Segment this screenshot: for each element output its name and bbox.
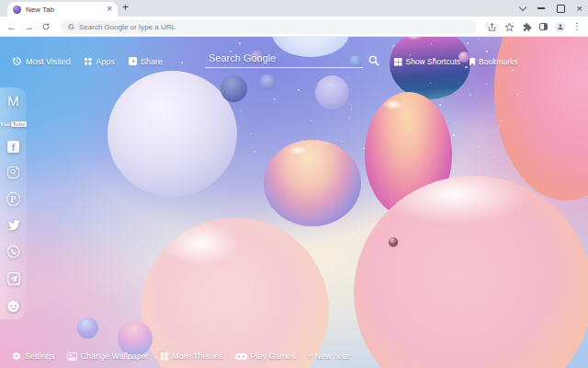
- change-wallpaper-button[interactable]: Change Wallpaper: [67, 351, 149, 361]
- ntp-top-right-buttons: Show Shortcuts Bookmarks: [394, 57, 518, 66]
- new-tab-page: Most Visited Apps Share Show Shortcuts B: [0, 37, 588, 368]
- apps-button[interactable]: Apps: [85, 57, 115, 66]
- play-games-button[interactable]: Play Games: [235, 351, 296, 361]
- bubble: [389, 237, 398, 247]
- search-icon[interactable]: [368, 55, 379, 66]
- show-shortcuts-button[interactable]: Show Shortcuts: [394, 57, 460, 66]
- telegram-icon: [7, 272, 20, 285]
- gmail-link[interactable]: M: [7, 94, 19, 108]
- facebook-link[interactable]: f: [7, 141, 19, 153]
- bookmarks-button[interactable]: Bookmarks: [469, 57, 518, 66]
- twitter-link[interactable]: [6, 219, 20, 231]
- social-sidebar: M You Tube f P: [0, 87, 27, 319]
- telegram-link[interactable]: [7, 272, 20, 285]
- ntp-search: [205, 52, 379, 68]
- pinterest-link[interactable]: P: [6, 192, 20, 206]
- facebook-icon: f: [7, 141, 19, 153]
- settings-button[interactable]: Settings: [12, 351, 55, 361]
- address-placeholder: Search Google or type a URL: [79, 23, 175, 31]
- maximize-button[interactable]: [557, 5, 565, 13]
- more-themes-label: More Themes: [172, 351, 222, 361]
- gamepad-icon: [235, 353, 247, 360]
- search-input[interactable]: [205, 52, 363, 68]
- show-shortcuts-label: Show Shortcuts: [406, 57, 461, 66]
- pinterest-icon: P: [6, 192, 20, 206]
- whatsapp-link[interactable]: [6, 245, 20, 259]
- share-button[interactable]: Share: [129, 57, 163, 66]
- bubble: [107, 71, 237, 197]
- share-page-icon[interactable]: [487, 22, 497, 32]
- address-bar[interactable]: G Search Google or type a URL: [61, 20, 477, 34]
- bubble: [77, 317, 98, 339]
- youtube-icon: You: [0, 121, 10, 127]
- new-note-label: + New note: [308, 351, 350, 361]
- bookmark-icon: [469, 58, 475, 66]
- side-panel-icon[interactable]: [539, 23, 548, 30]
- gear-icon: [12, 351, 21, 361]
- change-wallpaper-label: Change Wallpaper: [81, 351, 149, 361]
- new-note-button[interactable]: + New note: [308, 351, 350, 361]
- bubble: [315, 75, 349, 109]
- twitter-icon: [6, 219, 20, 231]
- tab-close-icon[interactable]: ×: [107, 5, 112, 14]
- minimize-button[interactable]: [537, 7, 545, 8]
- bubble: [390, 37, 470, 99]
- bubble: [141, 218, 329, 368]
- back-button[interactable]: ←: [6, 22, 17, 32]
- play-games-label: Play Games: [251, 351, 296, 361]
- reddit-link[interactable]: [6, 299, 20, 313]
- bubble: [264, 140, 361, 226]
- apps-label: Apps: [96, 57, 115, 66]
- reddit-icon: [6, 299, 20, 313]
- browser-window: New Tab × + × ← → G Search Google or typ…: [0, 0, 588, 368]
- bookmarks-label: Bookmarks: [479, 57, 518, 66]
- history-icon: [12, 56, 22, 66]
- instagram-link[interactable]: [7, 167, 19, 178]
- tab-title: New Tab: [26, 6, 102, 14]
- youtube-link[interactable]: You Tube: [0, 121, 27, 127]
- tab-new-tab[interactable]: New Tab ×: [7, 2, 118, 17]
- instagram-icon: [7, 167, 19, 178]
- new-tab-button[interactable]: +: [122, 1, 129, 14]
- most-visited-label: Most Visited: [26, 57, 71, 66]
- bookmark-star-icon[interactable]: [504, 22, 514, 32]
- most-visited-button[interactable]: Most Visited: [12, 56, 71, 66]
- browser-toolbar: ← → G Search Google or type a URL ⋮: [0, 17, 588, 37]
- reload-button[interactable]: [41, 22, 51, 31]
- themes-grid-icon: [161, 352, 164, 356]
- bubble: [220, 75, 247, 102]
- whatsapp-icon: [6, 245, 20, 259]
- gmail-icon: M: [7, 94, 19, 108]
- apps-grid-icon: [85, 58, 88, 62]
- forward-button[interactable]: →: [24, 22, 34, 32]
- ntp-bottom-bar: Settings Change Wallpaper More Themes Pl…: [12, 351, 349, 361]
- google-g-icon: G: [68, 22, 74, 31]
- image-icon: [67, 352, 77, 361]
- tab-strip: New Tab × + ×: [0, 0, 588, 17]
- ntp-top-left-buttons: Most Visited Apps Share: [12, 56, 163, 66]
- profile-avatar[interactable]: [555, 22, 565, 32]
- browser-menu-icon[interactable]: ⋮: [572, 22, 582, 31]
- window-controls: ×: [520, 0, 582, 17]
- extensions-puzzle-icon[interactable]: [522, 22, 532, 32]
- more-themes-button[interactable]: More Themes: [161, 351, 223, 361]
- settings-label: Settings: [25, 351, 55, 361]
- tab-favicon-icon: [13, 6, 21, 14]
- close-window-button[interactable]: ×: [577, 4, 582, 14]
- bubble: [260, 75, 276, 90]
- youtube-tube-badge: Tube: [11, 121, 27, 127]
- tab-search-chevron-icon[interactable]: [518, 3, 526, 10]
- shortcuts-grid-icon: [394, 58, 398, 62]
- share-icon: [129, 57, 137, 65]
- share-label: Share: [141, 57, 163, 66]
